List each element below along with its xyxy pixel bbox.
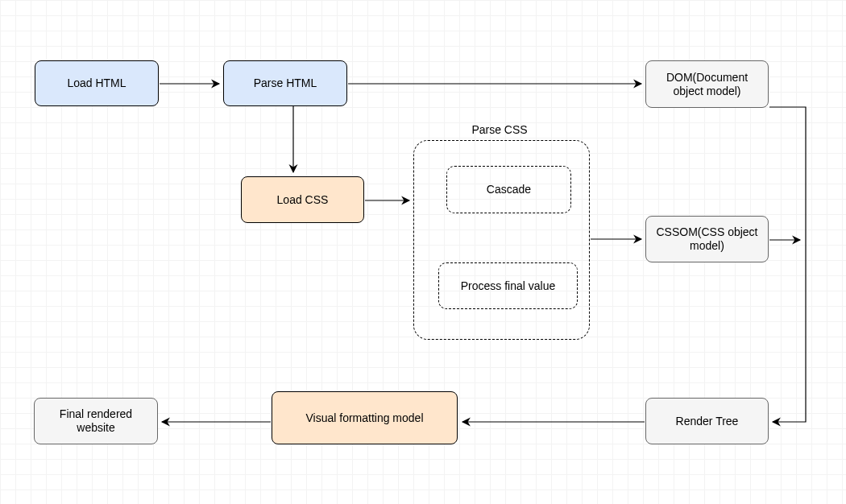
node-process-final-value: Process final value — [438, 262, 578, 309]
node-render-tree: Render Tree — [645, 398, 769, 444]
node-final-rendered-website: Final rendered website — [34, 398, 158, 444]
node-cascade: Cascade — [446, 166, 571, 213]
node-load-css: Load CSS — [241, 176, 364, 223]
node-load-html: Load HTML — [35, 60, 159, 106]
node-cssom: CSSOM(CSS object model) — [645, 216, 769, 262]
node-dom: DOM(Document object model) — [645, 60, 769, 108]
node-visual-formatting-model: Visual formatting model — [272, 391, 458, 444]
label-parse-css: Parse CSS — [459, 123, 540, 136]
node-parse-html: Parse HTML — [223, 60, 347, 106]
